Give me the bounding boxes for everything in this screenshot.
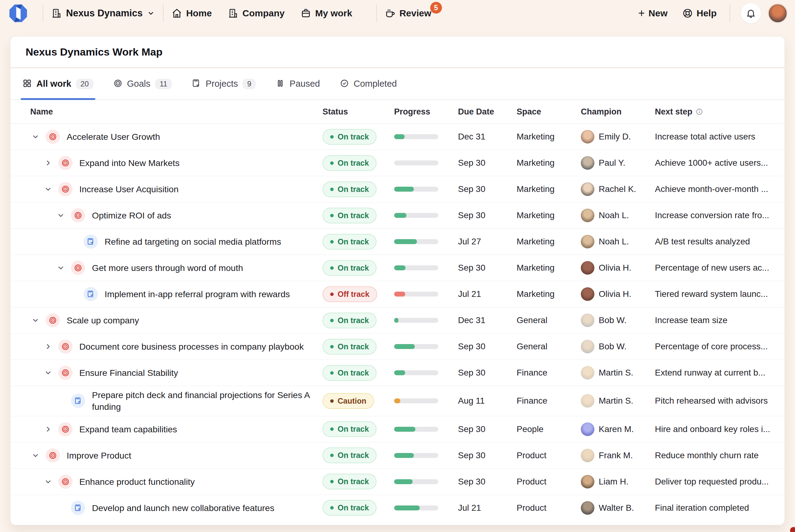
status-badge[interactable]: On track <box>322 339 377 355</box>
space-label[interactable]: Product <box>517 503 581 513</box>
info-icon[interactable] <box>696 108 703 115</box>
space-label[interactable]: Marketing <box>517 158 581 168</box>
row-name[interactable]: Enhance product functionality <box>79 473 195 491</box>
row-name[interactable]: Ensure Financial Stability <box>79 364 178 382</box>
workspace-switcher[interactable]: Nexus Dynamics <box>51 8 155 19</box>
space-label[interactable]: Marketing <box>517 210 581 220</box>
table-row[interactable]: Improve Product On track Sep 30 Product … <box>11 442 784 469</box>
row-expand-chevron[interactable] <box>43 424 53 435</box>
table-row[interactable]: Develop and launch new collaborative fea… <box>11 495 784 521</box>
status-badge[interactable]: On track <box>322 182 377 197</box>
nav-item-company[interactable]: Company <box>228 8 285 19</box>
space-label[interactable]: Product <box>517 451 581 460</box>
champion-cell[interactable]: Martin S. <box>581 394 655 407</box>
table-row[interactable]: Enhance product functionality On track S… <box>11 469 784 495</box>
table-row[interactable]: Refine ad targeting on social media plat… <box>11 228 784 254</box>
row-name[interactable]: Implement in-app referral program with r… <box>105 285 290 303</box>
table-row[interactable]: Expand into New Markets On track Sep 30 … <box>11 150 784 176</box>
space-label[interactable]: Marketing <box>517 132 581 141</box>
champion-cell[interactable]: Walter B. <box>581 501 655 515</box>
status-badge[interactable]: On track <box>322 234 377 250</box>
table-row[interactable]: Document core business processes in comp… <box>11 333 784 360</box>
row-name[interactable]: Prepare pitch deck and financial project… <box>92 386 322 416</box>
row-expand-chevron[interactable] <box>43 341 53 352</box>
nav-item-review[interactable]: Review 5 <box>385 8 431 19</box>
table-row[interactable]: Get more users through word of mouth On … <box>11 254 784 281</box>
space-label[interactable]: General <box>517 342 581 352</box>
row-name[interactable]: Document core business processes in comp… <box>79 338 304 356</box>
row-name[interactable]: Refine ad targeting on social media plat… <box>105 233 281 251</box>
row-expand-chevron[interactable] <box>43 184 53 194</box>
champion-cell[interactable]: Noah L. <box>581 209 655 222</box>
row-expand-chevron[interactable] <box>30 450 41 461</box>
champion-cell[interactable]: Noah L. <box>581 235 655 248</box>
status-badge[interactable]: On track <box>322 448 377 463</box>
space-label[interactable]: Marketing <box>517 263 581 273</box>
space-label[interactable]: Marketing <box>517 184 581 194</box>
row-expand-chevron[interactable] <box>56 263 66 273</box>
status-badge[interactable]: On track <box>322 421 377 437</box>
table-row[interactable]: Ensure Financial Stability On track Sep … <box>11 360 784 386</box>
nav-item-home[interactable]: Home <box>172 8 212 19</box>
table-row[interactable]: Prepare pitch deck and financial project… <box>11 386 784 416</box>
status-badge[interactable]: On track <box>322 474 377 489</box>
tab-projects[interactable]: Projects 9 <box>190 68 258 99</box>
champion-cell[interactable]: Olivia H. <box>581 261 655 274</box>
status-badge[interactable]: On track <box>322 312 377 328</box>
champion-cell[interactable]: Liam H. <box>581 475 655 489</box>
table-row[interactable]: Scale up company On track Dec 31 General… <box>11 307 784 333</box>
space-label[interactable]: People <box>517 424 581 434</box>
tab-paused[interactable]: Paused <box>274 68 322 99</box>
champion-cell[interactable]: Bob W. <box>581 314 655 327</box>
tab-completed[interactable]: Completed <box>338 68 399 99</box>
table-row[interactable]: Increase User Acquisition On track Sep 3… <box>11 176 784 202</box>
table-row[interactable]: Accelerate User Growth On track Dec 31 M… <box>11 124 784 150</box>
space-label[interactable]: Marketing <box>517 289 581 299</box>
row-name[interactable]: Expand into New Markets <box>79 154 179 172</box>
champion-cell[interactable]: Frank M. <box>581 449 655 462</box>
space-label[interactable]: Product <box>517 477 581 487</box>
user-avatar[interactable] <box>768 3 788 23</box>
row-expand-chevron[interactable] <box>30 315 41 326</box>
champion-cell[interactable]: Karen M. <box>581 422 655 436</box>
notifications-button[interactable] <box>741 3 761 23</box>
status-badge[interactable]: On track <box>322 260 377 276</box>
champion-cell[interactable]: Rachel K. <box>581 183 655 196</box>
space-label[interactable]: General <box>517 316 581 325</box>
row-name[interactable]: Expand team capabilities <box>79 420 177 438</box>
status-badge[interactable]: On track <box>322 155 377 171</box>
row-name[interactable]: Optimize ROI of ads <box>92 206 171 224</box>
status-badge[interactable]: On track <box>322 129 377 145</box>
status-badge[interactable]: On track <box>322 208 377 223</box>
row-name[interactable]: Develop and launch new collaborative fea… <box>92 499 275 517</box>
row-expand-chevron[interactable] <box>43 158 53 168</box>
space-label[interactable]: Finance <box>517 396 581 406</box>
new-button[interactable]: + New <box>638 7 667 20</box>
tab-goals[interactable]: Goals 11 <box>111 68 174 99</box>
space-label[interactable]: Marketing <box>517 237 581 247</box>
status-badge[interactable]: Off track <box>322 286 377 302</box>
app-logo-icon[interactable] <box>8 4 28 23</box>
champion-cell[interactable]: Paul Y. <box>581 156 655 170</box>
row-name[interactable]: Scale up company <box>67 311 139 329</box>
help-button[interactable]: Help <box>682 8 717 19</box>
row-expand-chevron[interactable] <box>43 367 53 378</box>
status-badge[interactable]: Caution <box>322 393 374 409</box>
champion-cell[interactable]: Martin S. <box>581 366 655 380</box>
row-expand-chevron[interactable] <box>30 131 41 142</box>
table-row[interactable]: Implement in-app referral program with r… <box>11 281 784 307</box>
status-badge[interactable]: On track <box>322 500 377 516</box>
champion-cell[interactable]: Emily D. <box>581 130 655 144</box>
row-name[interactable]: Increase User Acquisition <box>79 180 179 198</box>
row-name[interactable]: Improve Product <box>67 446 131 464</box>
row-name[interactable]: Get more users through word of mouth <box>92 259 243 277</box>
nav-item-my-work[interactable]: My work <box>301 8 352 19</box>
champion-cell[interactable]: Olivia H. <box>581 287 655 301</box>
table-row[interactable]: Optimize ROI of ads On track Sep 30 Mark… <box>11 202 784 228</box>
row-name[interactable]: Accelerate User Growth <box>67 128 160 146</box>
space-label[interactable]: Finance <box>517 368 581 378</box>
status-badge[interactable]: On track <box>322 365 377 381</box>
tab-all-work[interactable]: All work 20 <box>21 68 95 99</box>
champion-cell[interactable]: Bob W. <box>581 340 655 353</box>
table-row[interactable]: Expand team capabilities On track Sep 30… <box>11 416 784 442</box>
